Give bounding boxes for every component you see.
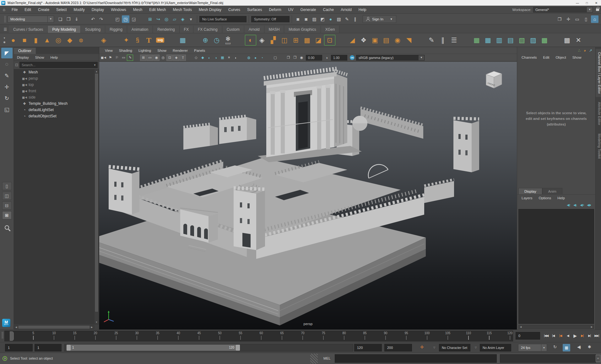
scroll-down-arrow[interactable]: ▼ <box>95 320 98 324</box>
range-start-handle[interactable] <box>67 345 71 351</box>
zoom-icon[interactable] <box>5 225 9 230</box>
menu-item[interactable]: Display <box>88 8 107 12</box>
rotate-tool[interactable]: ↻ <box>1 93 13 104</box>
mirror-icon[interactable]: ◪ <box>313 34 324 46</box>
step-back-frame-button[interactable]: |◀ <box>557 332 564 340</box>
menu-item[interactable]: Curves <box>225 8 244 12</box>
sep[interactable] <box>550 34 561 46</box>
layout-single-pane[interactable]: ▯ <box>2 182 12 190</box>
outliner-menu-item[interactable]: Show <box>32 56 47 59</box>
shadows-icon[interactable]: ◗ <box>232 55 239 61</box>
scroll-right-arrow[interactable]: ▶ <box>590 326 594 328</box>
sep[interactable] <box>279 55 285 61</box>
menu-item[interactable]: Generate <box>297 8 319 12</box>
outliner-vertical-scrollbar[interactable]: ▲ ▼ <box>95 69 99 324</box>
bevel-icon[interactable]: ◢ <box>347 34 358 46</box>
sep[interactable] <box>239 55 245 61</box>
step-back-key-button[interactable]: |◀ <box>550 332 557 340</box>
viewport-menu-item[interactable]: Panels <box>191 49 208 52</box>
mel-command-input[interactable] <box>335 354 497 363</box>
poly-cube-icon[interactable]: ■ <box>19 34 30 46</box>
sep[interactable] <box>460 34 471 46</box>
symmetry-field[interactable]: Symmetry: Off <box>251 16 290 22</box>
undo-icon[interactable]: ↶ <box>89 15 97 23</box>
lock-icon[interactable] <box>596 8 599 11</box>
chevron-down-icon[interactable]: ▽ <box>475 346 477 349</box>
ipr-render-icon[interactable]: ◙ <box>302 15 310 23</box>
chevron-down-icon[interactable]: ▼ <box>419 55 424 60</box>
workspace-home-icon[interactable]: ⌂ <box>591 15 598 23</box>
shelf-menu-icon[interactable]: ☰ <box>2 26 9 33</box>
outliner-item[interactable]: ❖ Temple_Building_Mesh <box>14 100 94 107</box>
offset-edge-icon[interactable]: ☰ <box>448 34 460 46</box>
sep[interactable] <box>133 55 140 61</box>
scroll-right-arrow[interactable]: ▶ <box>90 326 94 329</box>
go-to-end-button[interactable]: ▶▶| <box>593 332 600 340</box>
uv-optimize-icon[interactable]: ▩ <box>539 34 550 46</box>
aim-constraint-icon[interactable]: ⊕ <box>200 34 211 46</box>
viewport-menu-item[interactable]: Renderer <box>170 49 191 52</box>
add-layer-key-icon[interactable]: ◀+ <box>580 203 584 207</box>
render-region-icon[interactable]: ▨ <box>311 15 318 23</box>
fps-select[interactable]: 24 fps ▼ <box>518 344 547 351</box>
layer-menu-item[interactable]: Layers <box>518 196 536 200</box>
hypershade-icon[interactable]: ● <box>327 15 334 23</box>
menu-item[interactable]: Edit Mesh <box>146 8 169 12</box>
outliner-item[interactable]: ◼◄ persp <box>14 75 94 82</box>
selection-mask-icon[interactable]: ⊡ <box>15 63 18 67</box>
graph-icon[interactable]: ↗ <box>589 48 592 53</box>
channel-display-icon[interactable]: ◕ <box>584 48 586 53</box>
sep[interactable] <box>188 34 200 46</box>
layer-menu-item[interactable]: Options <box>536 196 555 200</box>
outliner-item[interactable]: ◼◄ side <box>14 94 94 100</box>
mel-label[interactable]: MEL <box>323 356 331 360</box>
combine-icon[interactable]: ◐ <box>245 35 256 46</box>
layer-scrollbar[interactable]: ◀ ▶ <box>518 325 594 329</box>
add-layer-icon[interactable]: ◀● <box>587 203 591 207</box>
paste-icon[interactable]: ❒ <box>292 55 298 61</box>
lasso-select-tool[interactable]: ◌ <box>1 59 13 70</box>
chevron-down-icon[interactable]: ▼ <box>390 18 393 21</box>
snap-curve-icon[interactable]: ↪ <box>154 15 162 23</box>
play-forward-button[interactable]: ▶ <box>571 332 578 340</box>
select-tool[interactable]: ◤ <box>1 48 13 58</box>
svg-tool-icon[interactable]: svg <box>154 34 166 46</box>
script-editor-icon[interactable]: ≡ <box>596 355 600 362</box>
uv-editor-icon[interactable]: ▦ <box>471 34 482 46</box>
render-setup-icon[interactable]: ✎ <box>343 15 351 23</box>
wireframe-mode-icon[interactable]: ◇ <box>193 55 199 61</box>
sep[interactable] <box>234 34 245 46</box>
camera-icon[interactable]: ◼◄ <box>100 55 107 61</box>
character-set-field[interactable]: No Character Set <box>439 344 470 351</box>
scrollbar-thumb[interactable] <box>19 326 89 329</box>
menu-item[interactable]: Mesh Display <box>195 8 225 12</box>
playback-end-field[interactable]: 120 <box>354 344 382 351</box>
view-cube[interactable]: FRONT <box>484 69 504 91</box>
play-backwards-button[interactable]: ◀ <box>564 332 571 340</box>
checker-icon[interactable]: ▩ <box>561 34 573 46</box>
outliner-tab[interactable]: Outliner <box>14 48 36 54</box>
viewport-menu-item[interactable]: Lighting <box>135 49 154 52</box>
outliner-item[interactable]: ◔ defaultObjectSet <box>14 113 94 119</box>
range-end-handle[interactable] <box>236 345 240 351</box>
sep[interactable] <box>87 34 98 46</box>
view-transform-select[interactable]: sRGB gamma (legacy) ▼ <box>356 55 425 61</box>
scroll-up-arrow[interactable]: ▲ <box>95 69 98 73</box>
sep[interactable] <box>335 34 347 46</box>
move-layer-down-icon[interactable]: ◀↓ <box>573 203 577 207</box>
select-component-icon[interactable]: ◲ <box>130 15 138 23</box>
workspace-timeline-toggle-icon[interactable]: ▭ <box>573 15 581 23</box>
wire-on-shaded-icon[interactable]: ◈ <box>173 55 179 61</box>
grid-fill-icon[interactable]: ▩ <box>301 34 313 46</box>
channel-box-menu-item[interactable]: Show <box>569 56 585 59</box>
select-hierarchy-icon[interactable]: ◰ <box>114 15 121 23</box>
xray-icon[interactable]: ⊡ <box>166 55 173 61</box>
shelf-tab[interactable]: FX Caching <box>193 26 222 33</box>
platonic-solid-icon[interactable]: ◈ <box>98 34 109 46</box>
shelf-tab[interactable]: Rigging <box>105 26 127 33</box>
scrollbar-thumb[interactable] <box>95 74 98 312</box>
uv-layout-icon[interactable]: ▥ <box>494 34 505 46</box>
select-object-icon[interactable]: ◳ <box>122 15 129 23</box>
flat-shade-icon[interactable]: ◐ <box>206 55 212 61</box>
viewport-menu-item[interactable]: Show <box>154 49 170 52</box>
